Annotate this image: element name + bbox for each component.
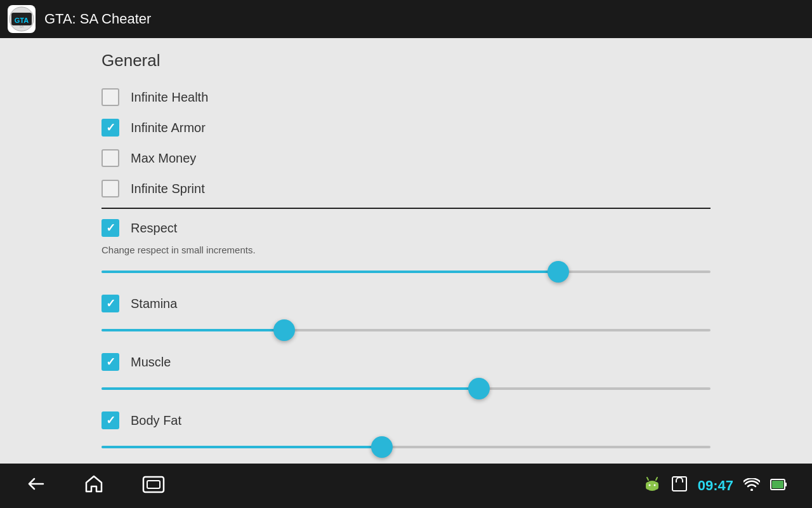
svg-line-10 bbox=[647, 478, 648, 480]
checkbox-row-infinite-armor[interactable]: Infinite Armor bbox=[102, 112, 710, 143]
checkbox-row-muscle[interactable]: Muscle bbox=[102, 347, 710, 377]
svg-text:GTA: GTA bbox=[15, 17, 29, 24]
respect-track-fill bbox=[102, 271, 558, 273]
stamina-thumb[interactable] bbox=[273, 319, 295, 341]
respect-description: Change respect in small increments. bbox=[102, 244, 710, 255]
muscle-slider[interactable] bbox=[102, 377, 710, 400]
checkbox-label-stamina: Stamina bbox=[131, 297, 177, 311]
store-icon[interactable] bbox=[671, 476, 688, 496]
checkbox-row-respect[interactable]: Respect bbox=[102, 213, 710, 243]
checkbox-row-infinite-health[interactable]: Infinite Health bbox=[102, 82, 710, 112]
checkbox-label-respect: Respect bbox=[131, 221, 177, 236]
checkbox-label-infinite-sprint: Infinite Sprint bbox=[131, 182, 205, 196]
checkbox-row-infinite-sprint[interactable]: Infinite Sprint bbox=[102, 173, 710, 204]
svg-line-11 bbox=[656, 478, 657, 480]
checkbox-row-stamina[interactable]: Stamina bbox=[102, 288, 710, 319]
section-title: General bbox=[102, 51, 710, 70]
bottombar: 09:47 bbox=[0, 464, 812, 508]
svg-text:SA: SA bbox=[20, 25, 24, 29]
android-icon bbox=[643, 475, 661, 497]
checkbox-label-infinite-health: Infinite Health bbox=[131, 90, 208, 105]
main-content: General Infinite Health Infinite Armor M… bbox=[0, 38, 812, 464]
recents-button[interactable] bbox=[142, 476, 165, 496]
body-fat-section: Body Fat bbox=[102, 405, 710, 458]
svg-point-8 bbox=[648, 485, 650, 486]
body-fat-thumb[interactable] bbox=[371, 436, 393, 458]
back-button[interactable] bbox=[25, 474, 46, 498]
muscle-section: Muscle bbox=[102, 347, 710, 400]
checkbox-body-fat[interactable] bbox=[102, 411, 119, 429]
checkbox-label-muscle: Muscle bbox=[131, 355, 171, 370]
checkbox-label-infinite-armor: Infinite Armor bbox=[131, 121, 206, 135]
time-display: 09:47 bbox=[698, 478, 733, 494]
checkbox-infinite-armor[interactable] bbox=[102, 119, 119, 137]
battery-icon bbox=[770, 478, 787, 494]
wifi-icon bbox=[743, 478, 760, 493]
stamina-track-fill bbox=[102, 329, 284, 331]
svg-rect-5 bbox=[147, 481, 160, 488]
checkboxes-list: Infinite Health Infinite Armor Max Money… bbox=[102, 82, 710, 204]
checkbox-respect[interactable] bbox=[102, 219, 119, 237]
section-divider bbox=[102, 208, 710, 209]
svg-rect-7 bbox=[646, 482, 658, 490]
checkbox-infinite-health[interactable] bbox=[102, 88, 119, 106]
checkbox-label-max-money: Max Money bbox=[131, 151, 196, 166]
checkbox-stamina[interactable] bbox=[102, 295, 119, 312]
home-button[interactable] bbox=[84, 474, 104, 498]
svg-rect-4 bbox=[143, 477, 164, 492]
checkbox-row-max-money[interactable]: Max Money bbox=[102, 143, 710, 173]
topbar: GTA SA GTA: SA Cheater bbox=[0, 0, 812, 38]
checkbox-label-body-fat: Body Fat bbox=[131, 413, 181, 428]
respect-slider[interactable] bbox=[102, 260, 710, 283]
checkbox-max-money[interactable] bbox=[102, 149, 119, 167]
checkbox-muscle[interactable] bbox=[102, 353, 119, 371]
app-title: GTA: SA Cheater bbox=[44, 11, 151, 27]
respect-thumb[interactable] bbox=[547, 261, 569, 283]
stamina-slider[interactable] bbox=[102, 319, 710, 342]
app-logo: GTA SA bbox=[8, 5, 36, 33]
svg-rect-12 bbox=[672, 477, 686, 491]
body-fat-slider[interactable] bbox=[102, 436, 710, 458]
stamina-section: Stamina bbox=[102, 288, 710, 342]
body-fat-track-fill bbox=[102, 446, 382, 448]
muscle-track-fill bbox=[102, 387, 479, 390]
svg-point-9 bbox=[653, 485, 655, 486]
checkbox-infinite-sprint[interactable] bbox=[102, 180, 119, 197]
muscle-thumb[interactable] bbox=[468, 378, 490, 399]
checkbox-row-body-fat[interactable]: Body Fat bbox=[102, 405, 710, 436]
svg-rect-15 bbox=[785, 483, 787, 486]
respect-section: Respect Change respect in small incremen… bbox=[102, 213, 710, 283]
svg-rect-14 bbox=[772, 481, 783, 488]
